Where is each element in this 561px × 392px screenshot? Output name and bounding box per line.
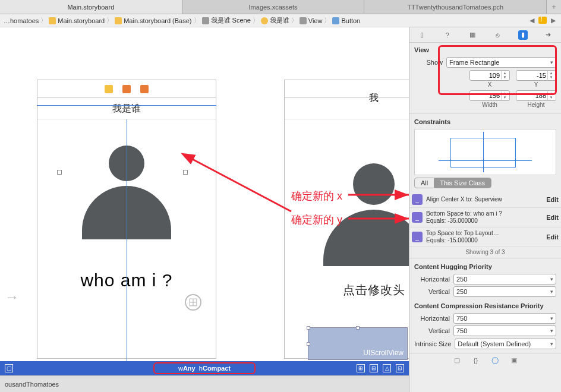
media-library-icon[interactable]: ▣ — [510, 356, 518, 365]
x-field[interactable]: ▲▼ — [469, 70, 510, 81]
right-caption: 点击修改头 — [285, 282, 409, 298]
object-library-icon[interactable]: ◯ — [491, 356, 499, 365]
file-inspector-icon[interactable]: ▯ — [417, 30, 427, 40]
height-field[interactable]: ▲▼ — [516, 90, 556, 101]
hug-v-select[interactable]: 250 — [453, 286, 556, 297]
bc-scene[interactable]: 我是谁 Scene — [202, 16, 251, 25]
bc-vc[interactable]: 我是谁 — [261, 16, 289, 25]
tab-bar: Main.storyboard Images.xcassets TTTwenty… — [0, 0, 561, 14]
bc-storyboard[interactable]: Main.storyboard — [49, 17, 105, 24]
selection-handle-right[interactable] — [183, 170, 188, 175]
scene-toolbar-right: 我 — [285, 80, 409, 98]
y-field[interactable]: ▲▼ — [516, 70, 556, 81]
guide-vertical — [127, 119, 127, 362]
identity-inspector-icon[interactable]: ▦ — [468, 30, 477, 40]
first-responder-icon[interactable] — [122, 85, 131, 93]
crp-header: Content Compression Resistance Priority — [414, 302, 556, 309]
width-field[interactable]: ▲▼ — [469, 90, 510, 101]
tab-pch[interactable]: TTTwentythousandTomatoes.pch — [364, 0, 547, 14]
bc-warning-icon[interactable] — [538, 17, 547, 24]
size-inspector-icon[interactable]: ▮ — [518, 30, 528, 40]
bc-view[interactable]: View — [300, 17, 323, 24]
attributes-inspector-icon[interactable]: ⎋ — [493, 30, 503, 40]
vc-icon[interactable] — [105, 85, 113, 93]
constraint-icon: ⎯ — [412, 212, 423, 223]
constraints-count: Showing 3 of 3 — [409, 247, 561, 257]
nav-title-left: 我是谁 — [37, 98, 216, 119]
constraint-icon: ⎯ — [412, 232, 423, 242]
project-name: ousandThomatoes — [5, 381, 59, 388]
tab-add-button[interactable]: ＋ — [547, 0, 561, 14]
constraints-header: Constraints — [414, 118, 556, 125]
inspector-tab-bar: ▯ ? ▦ ⎋ ▮ ➜ — [409, 27, 561, 43]
selection-handle-left[interactable] — [57, 170, 62, 175]
intrinsic-label: Intrinsic Size — [414, 340, 451, 347]
inspector-panel: ▯ ? ▦ ⎋ ▮ ➜ View Show Frame Rectangle ▲▼… — [409, 27, 561, 392]
bc-project[interactable]: …homatoes — [4, 17, 39, 24]
tab-storyboard[interactable]: Main.storyboard — [0, 0, 182, 14]
intrinsic-select[interactable]: Default (System Defined) — [455, 339, 556, 349]
constraint-top-space[interactable]: ⎯ Top Space to: Top Layout…Equals: -15.0… — [409, 227, 561, 247]
annotation-y: 确定新的 y — [291, 213, 342, 227]
outline-toggle-icon[interactable]: ▢ — [5, 364, 13, 372]
bc-storyboard-base[interactable]: Main.storyboard (Base) — [115, 17, 191, 24]
bc-back-icon[interactable]: ◀ — [528, 17, 536, 24]
placeholder-constraint-icon[interactable] — [185, 294, 201, 311]
hugging-header: Content Hugging Priority — [414, 263, 556, 270]
edit-constraint-button[interactable]: Edit — [546, 233, 559, 241]
tab-assets[interactable]: Images.xcassets — [182, 0, 365, 14]
library-tab-bar: ▢ {} ◯ ▣ — [409, 353, 561, 367]
file-template-icon[interactable]: ▢ — [453, 356, 461, 365]
edit-constraint-button[interactable]: Edit — [546, 214, 559, 221]
code-snippet-icon[interactable]: {} — [472, 356, 480, 365]
constraint-icon: ⎯ — [412, 194, 423, 205]
scene-toolbar — [37, 80, 216, 98]
resize-tool-icon[interactable]: ⊡ — [396, 364, 404, 372]
show-select[interactable]: Frame Rectangle — [446, 57, 556, 68]
breadcrumb: …homatoes 〉 Main.storyboard 〉 Main.story… — [0, 14, 561, 27]
guide-horizontal — [37, 105, 216, 106]
crp-h-select[interactable]: 750 — [453, 313, 556, 324]
align-tool-icon[interactable]: ⊞ — [357, 364, 365, 372]
constraint-align-center-x[interactable]: ⎯ Align Center X to: Superview Edit — [409, 192, 561, 208]
pin-tool-icon[interactable]: ⊟ — [370, 364, 378, 372]
nav-title-right: 我 — [285, 92, 409, 105]
bc-button[interactable]: Button — [332, 17, 360, 24]
connections-inspector-icon[interactable]: ➜ — [544, 30, 553, 40]
quickhelp-inspector-icon[interactable]: ? — [443, 30, 452, 40]
scene-nav-arrow-icon[interactable]: → — [5, 289, 19, 305]
show-label: Show — [414, 59, 443, 66]
crp-v-select[interactable]: 750 — [453, 325, 556, 336]
annotation-x: 确定新的 x — [291, 189, 342, 203]
sizeclass-picker[interactable]: wAny hCompact — [153, 362, 256, 374]
project-footer: ousandThomatoes — [0, 375, 409, 392]
uiscrollview-object[interactable]: UIScrollView — [308, 327, 408, 360]
exit-icon[interactable] — [140, 85, 149, 93]
edit-constraint-button[interactable]: Edit — [546, 196, 559, 203]
canvas[interactable]: → 我是谁 who am i ? 我 — [0, 27, 409, 392]
sizeclass-bar: ▢ wAny hCompact ⊞ ⊟ △ ⊡ — [0, 361, 409, 375]
sizeclass-segment[interactable]: All This Size Class — [414, 178, 491, 188]
constraint-bottom-space[interactable]: ⎯ Bottom Space to: who am i ?Equals: -35… — [409, 208, 561, 227]
resolve-tool-icon[interactable]: △ — [383, 364, 391, 372]
hug-h-select[interactable]: 250 — [453, 274, 556, 284]
bc-fwd-icon[interactable]: ▶ — [549, 17, 557, 24]
constraint-diagram[interactable] — [414, 129, 556, 175]
view-section-header: View — [414, 46, 556, 53]
